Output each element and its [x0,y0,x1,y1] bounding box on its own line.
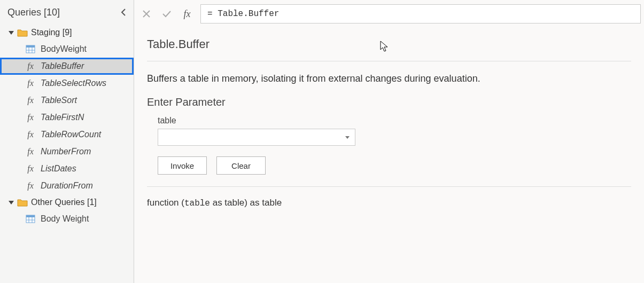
function-signature: function (table as table) as table [147,187,631,208]
sidebar-title: Queries [10] [7,7,60,18]
chevron-down-icon [345,136,350,139]
fx-icon: fx [26,130,35,139]
check-icon [162,10,172,18]
fx-icon: fx [184,9,191,20]
sidebar-item-tablefirstn[interactable]: fx TableFirstN [0,109,134,126]
fx-icon: fx [26,113,35,122]
fx-icon: fx [26,181,35,191]
sidebar-item-label: TableBuffer [41,61,84,71]
parameter-table-select[interactable] [158,129,355,146]
collapse-sidebar-button[interactable] [118,6,129,18]
queries-sidebar: Queries [10] Staging [9] BodyWeight fx T… [0,0,134,283]
function-detail: Table.Buffer Buffers a table in memory, … [134,28,644,219]
fx-icon: fx [26,96,35,105]
sidebar-item-numberfrom[interactable]: fx NumberFrom [0,143,134,160]
sidebar-item-tablerowcount[interactable]: fx TableRowCount [0,126,134,143]
sidebar-item-label: TableSort [41,96,77,105]
sidebar-item-tablesort[interactable]: fx TableSort [0,92,134,109]
formula-bar: fx [134,0,644,28]
fx-icon: fx [26,61,35,71]
folder-icon [17,28,28,37]
signature-text: as table) as table [210,198,282,208]
formula-input[interactable] [200,4,641,23]
sidebar-item-bodyweight[interactable]: BodyWeight [0,41,134,58]
commit-button[interactable] [157,4,177,23]
svg-rect-6 [26,215,35,217]
sidebar-item-durationfrom[interactable]: fx DurationFrom [0,177,134,194]
sidebar-item-label: TableRowCount [41,130,101,139]
sidebar-item-tableselectrows[interactable]: fx TableSelectRows [0,75,134,92]
fx-icon: fx [26,78,35,88]
chevron-left-icon [120,9,127,16]
sidebar-item-label: NumberFrom [41,147,91,156]
sidebar-item-bodyweight2[interactable]: Body Weight [0,210,134,227]
sidebar-item-label: BodyWeight [41,44,87,54]
sidebar-group-other[interactable]: Other Queries [1] [0,194,134,210]
sidebar-item-label: DurationFrom [41,181,93,191]
x-icon [142,10,151,18]
svg-rect-1 [26,45,35,48]
function-description: Buffers a table in memory, isolating it … [147,61,631,96]
main-panel: fx Table.Buffer Buffers a table in memor… [134,0,644,283]
sidebar-item-label: TableFirstN [41,113,84,122]
sidebar-header: Queries [10] [0,2,134,23]
fx-icon: fx [26,164,35,174]
sidebar-tree: Staging [9] BodyWeight fx TableBuffer fx… [0,23,134,229]
sidebar-item-label: TableSelectRows [41,78,106,88]
fx-icon: fx [26,147,35,156]
sidebar-group-staging[interactable]: Staging [9] [0,25,134,41]
sidebar-item-listdates[interactable]: fx ListDates [0,160,134,177]
chevron-down-icon [9,31,14,35]
chevron-down-icon [9,201,14,205]
parameter-label: table [147,116,631,129]
parameter-section: Enter Parameter table Invoke Clear [147,96,631,186]
signature-arg: table [184,199,210,208]
parameter-heading: Enter Parameter [147,96,631,116]
sidebar-item-label: ListDates [41,164,76,174]
clear-button[interactable]: Clear [216,156,266,175]
signature-text: function ( [147,198,184,208]
sidebar-item-label: Body Weight [41,214,89,224]
sidebar-item-tablebuffer[interactable]: fx TableBuffer [0,58,134,75]
button-row: Invoke Clear [147,146,631,186]
cancel-button[interactable] [136,4,157,23]
sidebar-group-label: Other Queries [1] [31,198,97,207]
table-icon [26,215,35,223]
sidebar-group-label: Staging [9] [31,28,72,37]
fx-button[interactable]: fx [177,4,197,23]
invoke-button[interactable]: Invoke [158,156,207,175]
function-title: Table.Buffer [147,33,631,61]
folder-icon [17,198,28,207]
table-icon [26,45,35,53]
